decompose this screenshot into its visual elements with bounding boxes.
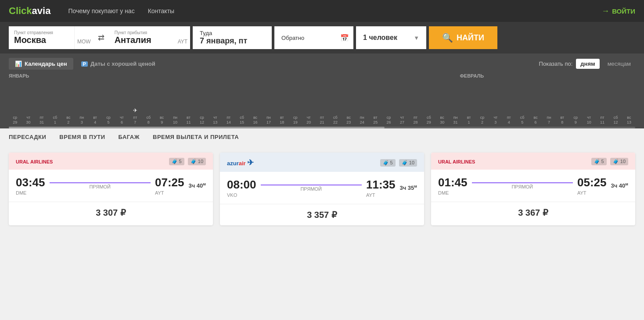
card-price[interactable]: 3 367 ₽	[431, 202, 635, 223]
filter-transfers[interactable]: ПЕРЕСАДКИ	[9, 134, 46, 140]
bar-col-5[interactable]: пн3	[76, 114, 88, 125]
bar-col-8[interactable]: чт6	[115, 114, 128, 125]
nav-why[interactable]: Почему покупают у нас	[68, 7, 134, 14]
direct-label: ПРЯМОЙ	[511, 184, 533, 189]
bar-col-41[interactable]: вт8	[556, 114, 568, 125]
bar-col-25[interactable]: вс23	[342, 114, 355, 125]
bar-col-20[interactable]: вт18	[276, 114, 288, 125]
bar-col-32[interactable]: вс30	[436, 114, 448, 125]
bar-col-37[interactable]: пт4	[503, 114, 515, 125]
search-button[interactable]: 🔍 НАЙТИ	[429, 26, 497, 49]
return-field[interactable]: Обратно 📅	[274, 26, 353, 49]
bar-label-23: пт21	[320, 115, 324, 125]
departure: 08:00 VKO	[227, 178, 256, 198]
baggage-icons: 🧳 5 🧳 10	[380, 159, 417, 167]
bar-col-44[interactable]: пт11	[596, 114, 608, 125]
bar-col-19[interactable]: пн17	[263, 114, 275, 125]
dest-field[interactable]: Пункт прибытия Анталия	[109, 26, 175, 49]
arr-airport: AYT	[366, 192, 396, 198]
login-label: ВОЙТИ	[612, 7, 635, 15]
bar-col-39[interactable]: вс6	[529, 114, 542, 125]
bag-icon-10: 🧳 10	[610, 158, 628, 165]
bar-col-9[interactable]: пт7	[129, 114, 141, 125]
show-by-days[interactable]: дням	[576, 59, 599, 69]
swap-button[interactable]: ⇄	[94, 26, 109, 49]
tab-good-dates[interactable]: P Даты с хорошей ценой	[75, 58, 162, 70]
bar-col-15[interactable]: чт13	[209, 114, 221, 125]
bar-col-30[interactable]: пт28	[409, 114, 421, 125]
bar-col-14[interactable]: ср12	[196, 114, 208, 125]
bar-col-2[interactable]: пт31	[36, 114, 48, 125]
bar-col-31[interactable]: сб29	[423, 114, 435, 125]
bar-col-33[interactable]: пн31	[449, 114, 461, 125]
bar-col-10[interactable]: сб8	[142, 114, 155, 125]
dest-label: Пункт прибытия	[115, 30, 170, 35]
flight-card-1[interactable]: azurair ✈ 🧳 5 🧳 10 08:00 VKO ПРЯМОЙ 11:3…	[220, 153, 424, 225]
bar-col-11[interactable]: вс9	[155, 114, 168, 125]
bar-col-23[interactable]: пт21	[316, 114, 328, 125]
bar-col-7[interactable]: ср5	[102, 114, 115, 125]
filter-baggage[interactable]: БАГАЖ	[119, 134, 140, 140]
bar-col-28[interactable]: ср26	[382, 114, 395, 125]
bar-col-12[interactable]: пн10	[169, 114, 181, 125]
bar-col-38[interactable]: сб5	[516, 114, 528, 125]
flight-card-2[interactable]: URAL AIRLINES 🧳 5 🧳 10 01:45 DME ПРЯМОЙ …	[431, 153, 635, 225]
bar-col-43[interactable]: чт10	[583, 114, 595, 125]
calendar-section: 📊 Календарь цен P Даты с хорошей ценой П…	[0, 53, 644, 128]
bar-label-16: пт14	[227, 115, 231, 125]
bar-label-34: вт1	[467, 115, 471, 125]
header: Clickavia Почему покупают у нас Контакты…	[0, 0, 644, 22]
bar-col-26[interactable]: пн24	[356, 114, 368, 125]
bar-col-46[interactable]: вс13	[623, 114, 635, 125]
passengers-field[interactable]: 1 человек ▼	[356, 26, 426, 49]
bar-col-45[interactable]: сб12	[609, 114, 622, 125]
origin-field[interactable]: Пункт отправления Москва	[9, 26, 75, 49]
bar-col-13[interactable]: вт11	[182, 114, 194, 125]
bar-col-24[interactable]: сб22	[329, 114, 342, 125]
bar-col-16[interactable]: пт14	[223, 114, 235, 125]
bar-label-2: пт31	[40, 115, 44, 125]
bar-label-45: сб12	[613, 115, 618, 125]
bar-col-34[interactable]: вт1	[463, 114, 475, 125]
departure: 01:45 DME	[438, 176, 468, 196]
bar-col-1[interactable]: чт30	[22, 114, 34, 125]
show-by-months[interactable]: месяцам	[603, 59, 635, 69]
bar-col-21[interactable]: ср19	[289, 114, 302, 125]
login-button[interactable]: → ВОЙТИ	[601, 7, 635, 16]
bar-col-27[interactable]: вт25	[369, 114, 381, 125]
logo-avia: avia	[32, 5, 51, 16]
dep-airport: DME	[16, 190, 45, 196]
nav-contacts[interactable]: Контакты	[148, 7, 174, 14]
bar-label-3: сб1	[53, 115, 58, 125]
bar-col-42[interactable]: ср9	[569, 114, 582, 125]
date-field[interactable]: Туда 7 января, пт	[193, 26, 272, 49]
bar-col-35[interactable]: ср2	[476, 114, 488, 125]
bar-label-32: вс30	[440, 115, 444, 125]
filter-flight-time[interactable]: ВРЕМЯ ВЫЛЕТА И ПРИЛЕТА	[153, 134, 239, 140]
bar-col-4[interactable]: вс2	[62, 114, 75, 125]
card-price[interactable]: 3 357 ₽	[220, 204, 424, 225]
flight-card-0[interactable]: URAL AIRLINES 🧳 5 🧳 10 03:45 DME ПРЯМОЙ …	[9, 153, 213, 225]
bar-col-17[interactable]: сб15	[236, 114, 248, 125]
bar-col-36[interactable]: чт3	[489, 114, 502, 125]
bar-col-40[interactable]: пн7	[543, 114, 555, 125]
bar-col-18[interactable]: вс16	[249, 114, 261, 125]
duration: 3ч 40м	[611, 182, 628, 189]
bar-col-0[interactable]: ср29	[9, 114, 21, 125]
flight-line: ПРЯМОЙ	[261, 185, 362, 192]
bar-label-36: чт3	[493, 115, 497, 125]
origin-city: Москва	[14, 35, 69, 45]
filter-travel-time[interactable]: ВРЕМЯ В ПУТИ	[59, 134, 105, 140]
calendar-tabs: 📊 Календарь цен P Даты с хорошей ценой П…	[9, 58, 635, 70]
scrollbar-thumb[interactable]	[9, 127, 385, 128]
bar-col-29[interactable]: чт27	[396, 114, 408, 125]
tab-calendar-prices[interactable]: 📊 Календарь цен	[9, 58, 73, 70]
bar-col-6[interactable]: вт4	[89, 114, 101, 125]
logo[interactable]: Clickavia	[9, 5, 50, 17]
card-price[interactable]: 3 307 ₽	[9, 202, 213, 223]
bar-label-29: чт27	[400, 115, 404, 125]
bar-col-3[interactable]: сб1	[49, 114, 61, 125]
bar-label-20: вт18	[280, 115, 284, 125]
tab-good-dates-label: Даты с хорошей ценой	[90, 60, 155, 67]
bar-col-22[interactable]: чт20	[302, 114, 315, 125]
